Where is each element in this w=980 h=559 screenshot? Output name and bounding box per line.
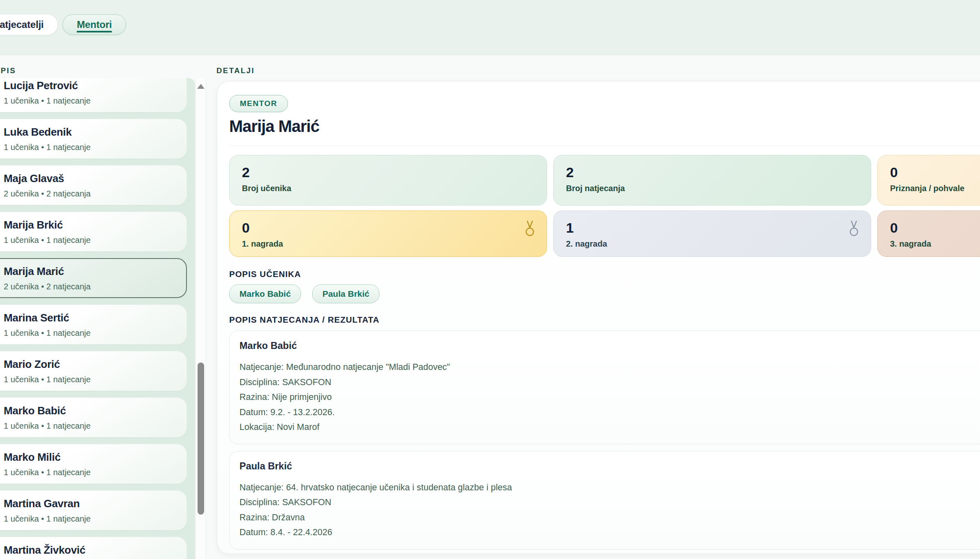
sidebar-item[interactable]: Lucija Petrović 1 učenika • 1 natjecanje [0, 78, 187, 112]
tab-mentori-label: Mentori [77, 19, 112, 30]
tab-natjecatelji[interactable]: Natjecatelji [0, 14, 58, 35]
result-line: Lokacija: Novi Marof [239, 420, 980, 435]
sidebar-item-name: Mario Zorić [4, 358, 178, 371]
sidebar-item-name: Marija Marić [4, 265, 178, 278]
sidebar-item-name: Martina Živković [4, 544, 178, 557]
sidebar-item-meta: 2 učenika • 2 natjecanja [4, 282, 178, 291]
result-line: Natjecanje: 64. hrvatsko natjecanje učen… [239, 480, 980, 495]
sidebar-item[interactable]: Martina Živković [0, 537, 187, 559]
scrollbar[interactable] [196, 78, 206, 559]
tab-natjecatelji-label: Natjecatelji [0, 19, 44, 30]
sidebar-item-meta: 1 učenika • 1 natjecanje [4, 143, 178, 152]
sidebar-item-name: Marina Sertić [4, 312, 178, 324]
stat-card-students: 2 Broj učenika [229, 155, 547, 206]
stat-value: 0 [242, 221, 534, 236]
result-card-title: Paula Brkić [239, 460, 980, 472]
result-card: Paula Brkić Natjecanje: 64. hrvatsko nat… [229, 451, 980, 550]
result-line: Datum: 9.2. - 13.2.2026. [239, 405, 980, 420]
sidebar-item[interactable]: Martina Gavran 1 učenika • 1 natjecanje [0, 490, 187, 530]
details-header: DETALJI [216, 66, 255, 75]
stat-label: Priznanja / pohvale [890, 184, 980, 193]
result-card-title: Marko Babić [239, 340, 980, 351]
medal-icon [525, 220, 535, 240]
result-line: Razina: Nije primjenjivo [239, 390, 980, 405]
sidebar-item-meta: 2 učenika • 2 natjecanja [4, 189, 178, 199]
sidebar-item-name: Martina Gavran [4, 497, 178, 510]
stat-label: Broj natjecanja [566, 184, 858, 193]
stat-label: 1. nagrada [242, 239, 534, 249]
top-bar: Natjecatelji Mentori [0, 0, 980, 55]
result-line: Disciplina: SAKSOFON [239, 495, 980, 510]
sidebar-item-name: Marija Brkić [4, 219, 178, 231]
medal-icon [849, 220, 859, 240]
stat-label: 3. nagrada [890, 239, 980, 249]
result-line: Razina: Državna [239, 510, 980, 525]
sidebar-item[interactable]: Mario Zorić 1 učenika • 1 natjecanje [0, 351, 187, 391]
mentor-name-title: Marija Marić [229, 117, 980, 136]
sidebar-item[interactable]: Marko Babić 1 učenika • 1 natjecanje [0, 397, 187, 437]
stat-card-recognitions: 0 Priznanja / pohvale [877, 155, 980, 206]
stat-value: 0 [890, 165, 980, 180]
mentor-badge: MENTOR [229, 95, 288, 112]
sidebar-item-meta: 1 učenika • 1 natjecanje [4, 328, 178, 338]
sidebar-item-meta: 1 učenika • 1 natjecanje [4, 514, 178, 524]
sidebar-item[interactable]: Marko Milić 1 učenika • 1 natjecanje [0, 444, 187, 484]
scroll-up-icon[interactable] [197, 84, 205, 89]
result-card: Marko Babić Natjecanje: Međunarodno natj… [229, 330, 980, 444]
result-line: Natjecanje: Međunarodno natjecanje "Mlad… [239, 360, 980, 375]
stat-card-first-prize: 0 1. nagrada [229, 210, 547, 257]
result-line: Datum: 8.4. - 22.4.2026 [239, 525, 980, 540]
stat-value: 0 [890, 221, 980, 236]
stat-card-second-prize: 1 2. nagrada [553, 210, 871, 257]
divider [229, 146, 980, 146]
stat-card-competitions: 2 Broj natjecanja [553, 155, 871, 206]
stat-card-third-prize: 0 3. nagrada [877, 210, 980, 257]
sidebar-item-selected[interactable]: Marija Marić 2 učenika • 2 natjecanja [0, 258, 187, 298]
sidebar-item-name: Marko Milić [4, 451, 178, 464]
sidebar-item-name: Luka Bedenik [4, 126, 178, 139]
result-lines: Natjecanje: Međunarodno natjecanje "Mlad… [239, 360, 980, 435]
sidebar-item[interactable]: Marina Sertić 1 učenika • 1 natjecanje [0, 305, 187, 344]
sidebar-item-name: Marko Babić [4, 404, 178, 417]
sidebar-item-name: Lucija Petrović [4, 79, 178, 92]
sidebar-item-meta: 1 učenika • 1 natjecanje [4, 421, 178, 431]
results-heading: POPIS NATJECANJA / REZULTATA [229, 315, 980, 325]
stats-grid: 2 Broj učenika 2 Broj natjecanja 0 Prizn… [229, 155, 980, 257]
student-chip[interactable]: Marko Babić [229, 284, 301, 303]
stat-value: 1 [566, 221, 858, 236]
sidebar-item[interactable]: Marija Brkić 1 učenika • 1 natjecanje [0, 212, 187, 252]
sidebar-item[interactable]: Maja Glavaš 2 učenika • 2 natjecanja [0, 165, 187, 205]
result-lines: Natjecanje: 64. hrvatsko natjecanje učen… [239, 480, 980, 540]
sidebar-item-meta: 1 učenika • 1 natjecanje [4, 375, 178, 384]
stat-value: 2 [566, 165, 858, 180]
stat-label: 2. nagrada [566, 239, 858, 249]
tab-mentori[interactable]: Mentori [62, 14, 126, 35]
sidebar-item-meta: 1 učenika • 1 natjecanje [4, 468, 178, 477]
student-chips: Marko Babić Paula Brkić [229, 284, 980, 303]
stat-label: Broj učenika [242, 184, 534, 193]
sidebar-header: POPIS [0, 66, 16, 75]
mentor-list: Lucija Petrović 1 učenika • 1 natjecanje… [0, 78, 195, 559]
sidebar-item-name: Maja Glavaš [4, 172, 178, 185]
detail-panel: MENTOR Marija Marić 2 Broj učenika 2 Bro… [217, 81, 980, 554]
stat-value: 2 [242, 165, 534, 180]
sidebar-item-meta: 1 učenika • 1 natjecanje [4, 96, 178, 106]
scrollbar-thumb[interactable] [198, 363, 204, 515]
sidebar-item[interactable]: Luka Bedenik 1 učenika • 1 natjecanje [0, 119, 187, 159]
result-line: Disciplina: SAKSOFON [239, 375, 980, 390]
sidebar-item-meta: 1 učenika • 1 natjecanje [4, 236, 178, 245]
student-chip[interactable]: Paula Brkić [312, 284, 380, 303]
students-list-heading: POPIS UČENIKA [229, 269, 980, 279]
